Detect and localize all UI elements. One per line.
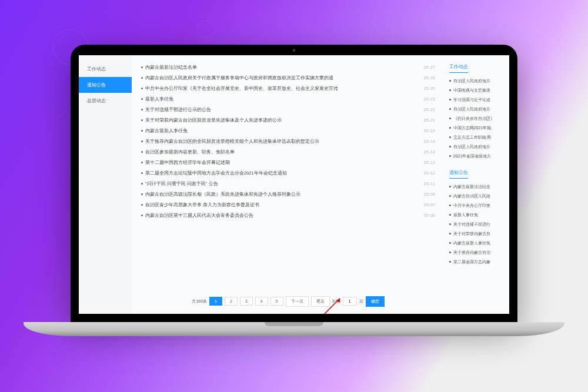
list-item[interactable]: 内蒙古自治区人民政府关于行政属于服务事项中心与政府和简政放权决定工作实施方案的通… xyxy=(141,73,435,83)
list-item[interactable]: 第十二届中国西方经济学年会开幕记述期05-12 xyxy=(141,158,435,168)
bullet-icon xyxy=(449,242,451,244)
list-item[interactable]: 内蒙古自治区第十三届人民代表大会常务委员会公告05-06 xyxy=(141,210,435,221)
list-item-title: 自治区参加最新内容更新、职务、免职名单 xyxy=(145,149,235,155)
panel-item[interactable]: 立足方志工作职能 用 xyxy=(449,133,503,142)
bullet-icon xyxy=(141,130,143,132)
list-item-title: 内蒙古最新人事任免 xyxy=(145,128,188,134)
list-item[interactable]: 关于对荣获内蒙古自治区脱贫攻坚先进集体及个人先进事迹的公示05-21 xyxy=(141,115,435,126)
panel-item[interactable]: 关于对违规干部进行 xyxy=(449,220,503,229)
laptop-notch xyxy=(265,322,323,326)
panel-item[interactable]: 关于对荣获内蒙古自 xyxy=(449,229,503,239)
page-total: 共360条 xyxy=(192,299,207,304)
panel-item[interactable]: 中共中央办公厅印发 xyxy=(449,201,503,210)
bullet-icon xyxy=(141,151,143,153)
page-confirm[interactable]: 确定 xyxy=(366,296,385,307)
list-item-date: 05-23 xyxy=(424,96,435,102)
list-item-date: 05-21 xyxy=(424,118,435,123)
pagination: 共360条 1 2 3 4 5 下一页 尾页 到第 页 确定 xyxy=(141,296,435,307)
bullet-icon xyxy=(141,98,143,100)
laptop-bezel: 工作动态 通知公告 基层动态 内蒙古最新法治纪念名单05-27 内蒙古自治区人民… xyxy=(71,45,517,322)
page-suffix: 页 xyxy=(359,299,363,304)
list-item[interactable]: 内蒙古最新人事任免05-19 xyxy=(141,126,435,136)
bullet-icon xyxy=(449,252,451,253)
panel-item[interactable]: 2021年全国省级地方 xyxy=(449,152,503,161)
page-input[interactable] xyxy=(343,297,357,306)
panel-item[interactable]: 《烈日炎炎在自治区》 xyxy=(449,114,503,123)
bullet-icon xyxy=(449,195,451,197)
list-item[interactable]: 关于推荐内蒙古自治区的全民脱贫攻坚楷模党组个人和先进集体评选表彰的暂定公示05-… xyxy=(141,136,435,147)
page-1[interactable]: 1 xyxy=(209,297,222,306)
list-item[interactable]: 最新人事任免05-23 xyxy=(141,94,435,105)
list-item-date: 05-06 xyxy=(424,213,435,218)
panel-item[interactable]: 内蒙古自治区人民政 xyxy=(449,192,503,201)
list-item[interactable]: 自治区参加最新内容更新、职务、免职名单05-14 xyxy=(141,147,435,158)
panel-item[interactable]: 自治区人民政府地方 xyxy=(449,142,503,152)
list-item[interactable]: 自治区青少年高层象大举事 身入力为新群住事普及证书05-07 xyxy=(141,200,435,210)
panel-list: 内蒙古最新法治纪念 内蒙古自治区人民政 中共中央办公厅印发 最新人事任免 关于对… xyxy=(449,182,503,267)
panel-item[interactable]: 学习强国习近平论述 xyxy=(449,95,503,105)
bullet-icon xyxy=(449,261,451,263)
list-item[interactable]: 第二届全国方志论坛暨中国地方志学会方志分会2021年年会纪念通知05-12 xyxy=(141,168,435,179)
bullet-icon xyxy=(449,186,451,187)
list-item-date: 05-25 xyxy=(424,86,435,91)
sidebar-item-work[interactable]: 工作动态 xyxy=(79,61,132,77)
list-item-date: 05-11 xyxy=(424,181,435,186)
list-item-date: 05-26 xyxy=(424,75,435,81)
bullet-icon xyxy=(449,80,451,82)
page-last[interactable]: 尾页 xyxy=(311,296,330,307)
list-item[interactable]: 关于对违规干部进行公示的公告05-22 xyxy=(141,105,435,115)
list-item-title: "问计于民 问需于民 问政于民" 公告 xyxy=(145,181,218,187)
laptop-mockup: 工作动态 通知公告 基层动态 内蒙古最新法治纪念名单05-27 内蒙古自治区人民… xyxy=(71,45,517,336)
panel-item[interactable]: 自治区人民政府地方 xyxy=(449,76,503,86)
bullet-icon xyxy=(141,172,143,174)
bullet-icon xyxy=(449,205,451,206)
list-item-title: 内蒙古自治区人民政府关于行政属于服务事项中心与政府和简政放权决定工作实施方案的通 xyxy=(145,75,333,81)
panel-item[interactable]: 中国方志网2021年期 xyxy=(449,123,503,133)
bullet-icon xyxy=(449,108,451,110)
list-item-title: 内蒙古自治区第十三届人民代表大会常务委员会公告 xyxy=(145,213,253,219)
list-item-title: 关于推荐内蒙古自治区的全民脱贫攻坚楷模党组个人和先进集体评选表彰的暂定公示 xyxy=(145,139,319,145)
list-item-date: 05-27 xyxy=(424,65,435,70)
bullet-icon xyxy=(141,183,143,185)
page-5[interactable]: 5 xyxy=(270,297,283,306)
panel-title[interactable]: 工作动态 xyxy=(449,63,468,73)
main-content: 内蒙古最新法治纪念名单05-27 内蒙古自治区人民政府关于行政属于服务事项中心与… xyxy=(132,55,445,314)
panel-work: 工作动态 自治区人民政府地方 中国电视与文艺频道 学习强国习近平论述 自治区人民… xyxy=(449,63,503,161)
page-next[interactable]: 下一页 xyxy=(286,296,309,307)
panel-item[interactable]: 最新人事任免 xyxy=(449,210,503,220)
bullet-icon xyxy=(141,140,143,142)
page-3[interactable]: 3 xyxy=(240,297,253,306)
list-item-date: 05-22 xyxy=(424,107,435,112)
list-item[interactable]: "问计于民 问需于民 问政于民" 公告05-11 xyxy=(141,179,435,189)
list-item[interactable]: 内蒙古自治区高级法院长相（民政）系统先进集体和先进个人推荐对象公示05-09 xyxy=(141,189,435,200)
sidebar-item-notice[interactable]: 通知公告 xyxy=(79,77,132,93)
page-2[interactable]: 2 xyxy=(225,297,238,306)
list-item-title: 第二届全国方志论坛暨中国地方志学会方志分会2021年年会纪念通知 xyxy=(145,170,287,176)
panel-item[interactable]: 内蒙古最新法治纪念 xyxy=(449,182,503,192)
panel-item[interactable]: 内蒙古最新人事任免 xyxy=(449,239,503,248)
panel-item[interactable]: 关于推荐内蒙古自治 xyxy=(449,248,503,257)
list-item-date: 05-09 xyxy=(424,192,435,197)
panel-item[interactable]: 第二届全国方志内蒙 xyxy=(449,257,503,267)
page-4[interactable]: 4 xyxy=(255,297,268,306)
panel-title[interactable]: 通知公告 xyxy=(449,169,468,179)
bullet-icon xyxy=(449,146,451,148)
bullet-icon xyxy=(449,99,451,100)
sidebar-item-grassroots[interactable]: 基层动态 xyxy=(79,93,132,109)
list-item-title: 关于对荣获内蒙古自治区脱贫攻坚先进集体及个人先进事迹的公示 xyxy=(145,118,282,123)
bullet-icon xyxy=(141,88,143,89)
bullet-icon xyxy=(449,214,451,216)
bullet-icon xyxy=(449,155,451,157)
list-item[interactable]: 内蒙古最新法治纪念名单05-27 xyxy=(141,62,435,73)
sidebar: 工作动态 通知公告 基层动态 xyxy=(79,55,132,314)
list-item-title: 第十二届中国西方经济学年会开幕记述期 xyxy=(145,160,230,166)
panel-list: 自治区人民政府地方 中国电视与文艺频道 学习强国习近平论述 自治区人民政府地方 … xyxy=(449,76,503,161)
list-item-title: 中共中央办公厅印发《关于在全社会开展党史、新中国史、改革开放史、社会主义发展史宣… xyxy=(145,86,338,92)
bullet-icon xyxy=(141,66,143,68)
list-item[interactable]: 中共中央办公厅印发《关于在全社会开展党史、新中国史、改革开放史、社会主义发展史宣… xyxy=(141,83,435,94)
article-list: 内蒙古最新法治纪念名单05-27 内蒙古自治区人民政府关于行政属于服务事项中心与… xyxy=(141,62,435,292)
panel-item[interactable]: 中国电视与文艺频道 xyxy=(449,86,503,95)
bullet-icon xyxy=(141,119,143,121)
panel-item[interactable]: 自治区人民政府地方 xyxy=(449,105,503,114)
bullet-icon xyxy=(141,77,143,79)
